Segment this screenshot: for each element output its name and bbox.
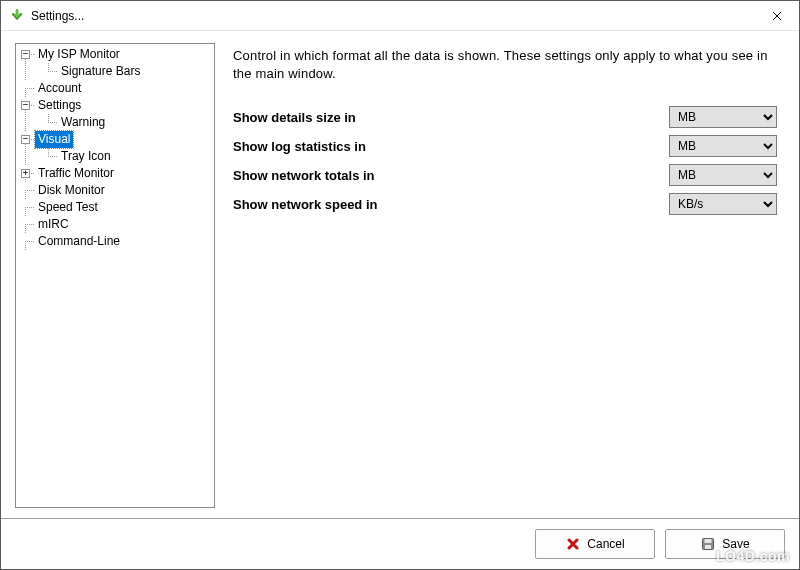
select-details-size[interactable]: MB xyxy=(669,106,777,128)
tree-item-disk-monitor[interactable]: Disk Monitor xyxy=(35,182,108,199)
save-icon xyxy=(700,536,716,552)
svg-rect-1 xyxy=(705,539,712,543)
tree-toggle-visual[interactable] xyxy=(21,135,30,144)
select-network-totals[interactable]: MB xyxy=(669,164,777,186)
svg-rect-2 xyxy=(705,545,711,549)
tree-item-account[interactable]: Account xyxy=(35,80,84,97)
tree-toggle-settings[interactable] xyxy=(21,101,30,110)
close-icon xyxy=(772,11,782,21)
cancel-button[interactable]: Cancel xyxy=(535,529,655,559)
select-network-speed[interactable]: KB/s xyxy=(669,193,777,215)
select-log-statistics[interactable]: MB xyxy=(669,135,777,157)
label-network-speed: Show network speed in xyxy=(233,197,669,212)
tree-item-tray-icon[interactable]: Tray Icon xyxy=(58,148,114,165)
label-log-statistics: Show log statistics in xyxy=(233,139,669,154)
cancel-label: Cancel xyxy=(587,537,624,551)
settings-window: Settings... My ISP Monitor Signature Bar… xyxy=(0,0,800,570)
label-details-size: Show details size in xyxy=(233,110,669,125)
cancel-icon xyxy=(565,536,581,552)
row-details-size: Show details size in MB xyxy=(233,106,777,128)
tree-item-isp-monitor[interactable]: My ISP Monitor xyxy=(35,46,123,63)
tree-item-warning[interactable]: Warning xyxy=(58,114,108,131)
tree-item-signature-bars[interactable]: Signature Bars xyxy=(58,63,143,80)
close-button[interactable] xyxy=(754,1,799,30)
settings-panel: Control in which format all the data is … xyxy=(233,43,785,508)
row-network-speed: Show network speed in KB/s xyxy=(233,193,777,215)
tree-item-speed-test[interactable]: Speed Test xyxy=(35,199,101,216)
app-arrow-icon xyxy=(9,8,25,24)
content-area: My ISP Monitor Signature Bars Account Se… xyxy=(1,31,799,519)
titlebar: Settings... xyxy=(1,1,799,31)
row-network-totals: Show network totals in MB xyxy=(233,164,777,186)
tree-toggle-traffic-monitor[interactable] xyxy=(21,169,30,178)
label-network-totals: Show network totals in xyxy=(233,168,669,183)
window-title: Settings... xyxy=(31,9,754,23)
tree-item-command-line[interactable]: Command-Line xyxy=(35,233,123,250)
tree-item-visual[interactable]: Visual xyxy=(35,131,73,148)
tree-item-mirc[interactable]: mIRC xyxy=(35,216,72,233)
tree-item-traffic-monitor[interactable]: Traffic Monitor xyxy=(35,165,117,182)
tree-item-settings[interactable]: Settings xyxy=(35,97,84,114)
save-button[interactable]: Save xyxy=(665,529,785,559)
footer: Cancel Save xyxy=(1,519,799,569)
panel-description: Control in which format all the data is … xyxy=(233,47,777,82)
row-log-statistics: Show log statistics in MB xyxy=(233,135,777,157)
tree-toggle-isp-monitor[interactable] xyxy=(21,50,30,59)
save-label: Save xyxy=(722,537,749,551)
settings-tree[interactable]: My ISP Monitor Signature Bars Account Se… xyxy=(15,43,215,508)
